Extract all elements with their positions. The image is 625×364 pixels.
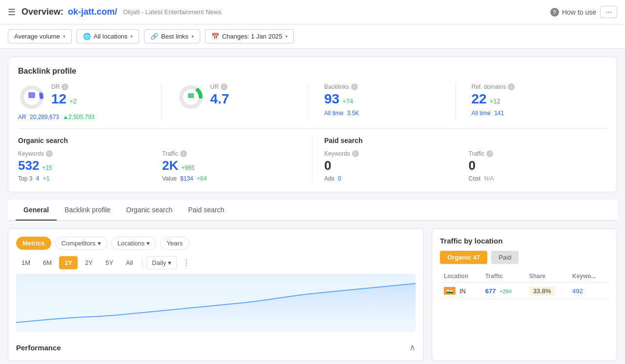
backlinks-sub-value: 3.5K <box>347 110 359 117</box>
paid-ads-label: Ads <box>324 175 334 182</box>
share-value: 33.8% <box>529 286 555 296</box>
time-separator <box>142 258 143 268</box>
paid-keywords-metric: Keywords i 0 Ads 0 <box>324 150 463 182</box>
top-action-button[interactable]: ⋯ <box>600 6 617 18</box>
more-options-button[interactable]: ⋮ <box>179 256 194 270</box>
top-bar: ☰ Overview: ok-jatt.com/ Okjatt - Latest… <box>0 0 625 24</box>
keywords-col-header: Keywo... <box>568 270 609 283</box>
paid-keywords-info[interactable]: i <box>352 150 359 157</box>
performance-section: Performance ∧ <box>16 336 416 353</box>
paid-traffic-label: Traffic <box>469 150 485 157</box>
organic-traffic-info[interactable]: i <box>180 150 187 157</box>
daily-label: Daily <box>152 259 166 266</box>
traffic-col-header: Traffic <box>481 270 525 283</box>
years-pill[interactable]: Years <box>160 237 189 250</box>
competitors-pill[interactable]: Competitors ▾ <box>55 237 107 250</box>
ref-domains-metric: Ref. domains i 22 +12 All time 141 <box>460 83 607 121</box>
locations-pill[interactable]: Locations ▾ <box>111 237 157 250</box>
time-5y[interactable]: 5Y <box>100 256 119 269</box>
organic-keywords-change: +15 <box>42 164 52 171</box>
chart-filters: Metrics Competitors ▾ Locations ▾ Years <box>16 237 416 250</box>
paid-search-section: Paid search Keywords i 0 Ads 0 <box>312 137 607 182</box>
organic-search-title: Organic search <box>18 137 300 144</box>
ref-domains-label: Ref. domains <box>472 83 506 90</box>
average-volume-filter[interactable]: Average volume ▾ <box>8 29 72 43</box>
backlinks-info-icon[interactable]: i <box>351 83 358 90</box>
calendar-icon: 📅 <box>211 33 219 40</box>
backlinks-sub-label: All time <box>324 110 343 117</box>
traffic-by-location-title: Traffic by location <box>440 237 609 245</box>
organic-traffic-sub-value: $134 <box>180 175 193 182</box>
ar-change: ▲2,505,793 <box>62 114 94 121</box>
tab-paid-search[interactable]: Paid search <box>180 200 232 221</box>
best-links-label: Best links <box>161 33 188 40</box>
collapse-button[interactable]: ∧ <box>409 342 416 353</box>
ref-domains-change: +12 <box>490 98 500 105</box>
ar-label: AR <box>18 114 26 121</box>
time-6m[interactable]: 6M <box>38 256 57 269</box>
changes-filter[interactable]: 📅 Changes: 1 Jan 2025 ▾ <box>205 29 294 43</box>
table-row: 🇮🇳 IN 677 +294 33.8% 492 <box>440 283 609 299</box>
tab-organic-search[interactable]: Organic search <box>118 200 180 221</box>
organic-keywords-sub-label: Top 3 <box>18 175 32 182</box>
share-col-header: Share <box>525 270 568 283</box>
metrics-pill[interactable]: Metrics <box>16 237 51 250</box>
site-url-link[interactable]: ok-jatt.com/ <box>68 7 117 17</box>
tab-general[interactable]: General <box>16 200 57 221</box>
ar-value: 20,289,673 <box>30 114 59 121</box>
daily-button[interactable]: Daily ▾ <box>146 256 177 269</box>
organic-keywords-value: 532 <box>18 158 39 173</box>
hamburger-icon[interactable]: ☰ <box>8 7 16 18</box>
location-cell: 🇮🇳 IN <box>440 283 481 299</box>
all-locations-filter[interactable]: 🌐 All locations ▾ <box>77 29 139 43</box>
tab-backlink-profile[interactable]: Backlink profile <box>57 200 118 221</box>
chevron-down-icon: ▾ <box>63 34 65 39</box>
location-tabs: Organic 47 Paid <box>440 251 609 264</box>
organic-keywords-metric: Keywords i 532 +15 Top 3 4 +1 <box>18 150 156 182</box>
traffic-value: 677 <box>485 287 496 295</box>
organic-traffic-value: 2K <box>162 158 178 173</box>
performance-title: Performance <box>16 344 61 352</box>
backlinks-value: 93 <box>324 91 339 107</box>
backlink-profile-grid: DR i 12 +2 AR 20,289,673 ▲2,505,793 <box>18 83 607 121</box>
ur-label: UR <box>210 83 219 90</box>
dr-info-icon[interactable]: i <box>62 83 68 90</box>
paid-tab[interactable]: Paid <box>491 251 519 264</box>
chevron-down-icon-competitors: ▾ <box>98 240 101 247</box>
backlink-profile-title: Backlink profile <box>18 67 607 76</box>
svg-rect-5 <box>188 93 194 98</box>
organic-search-section: Organic search Keywords i 532 +15 Top 3 <box>18 137 312 182</box>
ur-metric: UR i 4.7 <box>166 83 309 121</box>
backlinks-change: +74 <box>342 98 353 105</box>
organic-keywords-info[interactable]: i <box>46 150 53 157</box>
paid-cost-label: Cost <box>469 175 481 182</box>
ur-value: 4.7 <box>210 91 229 107</box>
organic-tab[interactable]: Organic 47 <box>440 251 487 264</box>
main-tabs: General Backlink profile Organic search … <box>8 200 617 221</box>
time-1y[interactable]: 1Y <box>59 256 78 269</box>
how-to-use-button[interactable]: ? How to use <box>550 8 596 17</box>
changes-label: Changes: 1 Jan 2025 <box>222 33 283 40</box>
paid-keywords-label: Keywords <box>324 150 350 157</box>
ref-domains-info-icon[interactable]: i <box>508 83 515 90</box>
ref-domains-sub-label: All time <box>472 110 491 117</box>
time-2y[interactable]: 2Y <box>80 256 98 269</box>
organic-keywords-label: Keywords <box>18 150 44 157</box>
backlink-profile-card: Backlink profile DR i <box>8 57 617 192</box>
time-1m[interactable]: 1M <box>16 256 36 269</box>
ur-donut <box>177 83 205 111</box>
best-links-filter[interactable]: 🔗 Best links ▾ <box>144 29 200 43</box>
ur-info-icon[interactable]: i <box>221 83 228 90</box>
time-all[interactable]: All <box>121 256 138 269</box>
bottom-section: Metrics Competitors ▾ Locations ▾ Years … <box>8 228 617 361</box>
organic-traffic-label: Traffic <box>162 150 178 157</box>
paid-traffic-info[interactable]: i <box>486 150 493 157</box>
all-locations-label: All locations <box>94 33 127 40</box>
organic-keywords-sub-change: +1 <box>43 175 50 182</box>
paid-ads-value: 0 <box>338 175 341 182</box>
main-content: Backlink profile DR i <box>0 49 625 364</box>
dr-value: 12 <box>51 91 66 107</box>
location-col-header: Location <box>440 270 481 283</box>
filter-bar: Average volume ▾ 🌐 All locations ▾ 🔗 Bes… <box>0 24 625 49</box>
organic-traffic-change: +965 <box>181 164 194 171</box>
